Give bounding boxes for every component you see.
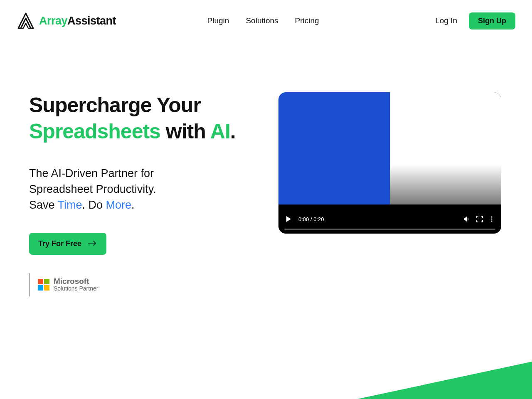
headline-with: with [160, 120, 210, 143]
headline-spreadsheets: Spreadsheets [29, 120, 160, 143]
video-player[interactable]: 0:00 / 0:20 [278, 92, 501, 234]
sub-line1: The AI-Driven Partner for Spreadsheet Pr… [29, 167, 156, 195]
cta-label: Try For Free [38, 239, 81, 248]
nav-pricing[interactable]: Pricing [295, 16, 319, 25]
sub-period: . [131, 199, 135, 211]
brand-first: Array [39, 15, 67, 27]
play-icon[interactable] [285, 216, 292, 222]
svg-point-1 [491, 218, 492, 219]
brand-second: Assistant [67, 15, 116, 27]
volume-icon[interactable] [463, 215, 470, 223]
video-progress[interactable] [284, 229, 495, 230]
signup-button[interactable]: Sign Up [469, 12, 515, 30]
svg-point-2 [491, 220, 492, 222]
brand-text: ArrayAssistant [39, 15, 116, 27]
primary-nav: Plugin Solutions Pricing [207, 16, 319, 25]
headline-ai: AI [210, 120, 230, 143]
headline-period: . [230, 120, 236, 143]
hero-section: Supercharge Your Spreadsheets with AI. T… [0, 30, 532, 296]
nav-plugin[interactable]: Plugin [207, 16, 229, 25]
video-time: 0:00 / 0:20 [298, 216, 324, 222]
sub-more: More [106, 199, 132, 211]
nav-solutions[interactable]: Solutions [246, 16, 278, 25]
brand[interactable]: ArrayAssistant [17, 12, 116, 30]
partner-line1: Microsoft [54, 277, 98, 285]
hero-subhead: The AI-Driven Partner for Spreadsheet Pr… [29, 166, 204, 213]
video-controls: 0:00 / 0:20 [278, 204, 501, 234]
partner-badge: Microsoft Solutions Partner [29, 273, 262, 296]
hero-media: 0:00 / 0:20 [278, 92, 509, 296]
logo-icon [17, 12, 35, 30]
login-link[interactable]: Log In [435, 16, 457, 25]
video-placeholder [278, 92, 390, 214]
hero-copy: Supercharge Your Spreadsheets with AI. T… [29, 92, 262, 296]
sub-time: Time [58, 199, 82, 211]
fullscreen-icon[interactable] [476, 216, 483, 222]
sub-save: Save [29, 199, 58, 211]
auth-actions: Log In Sign Up [435, 12, 515, 30]
partner-line2: Solutions Partner [54, 285, 98, 292]
arrow-right-icon [88, 239, 97, 248]
try-free-button[interactable]: Try For Free [29, 233, 106, 255]
more-vert-icon[interactable] [489, 216, 495, 222]
headline-line1: Supercharge Your [29, 94, 201, 117]
svg-point-0 [491, 216, 492, 217]
sub-do: . Do [82, 199, 106, 211]
site-header: ArrayAssistant Plugin Solutions Pricing … [0, 0, 532, 30]
decorative-triangle [357, 362, 532, 399]
partner-text: Microsoft Solutions Partner [54, 277, 98, 292]
microsoft-logo-icon [38, 279, 49, 291]
hero-headline: Supercharge Your Spreadsheets with AI. [29, 92, 262, 144]
